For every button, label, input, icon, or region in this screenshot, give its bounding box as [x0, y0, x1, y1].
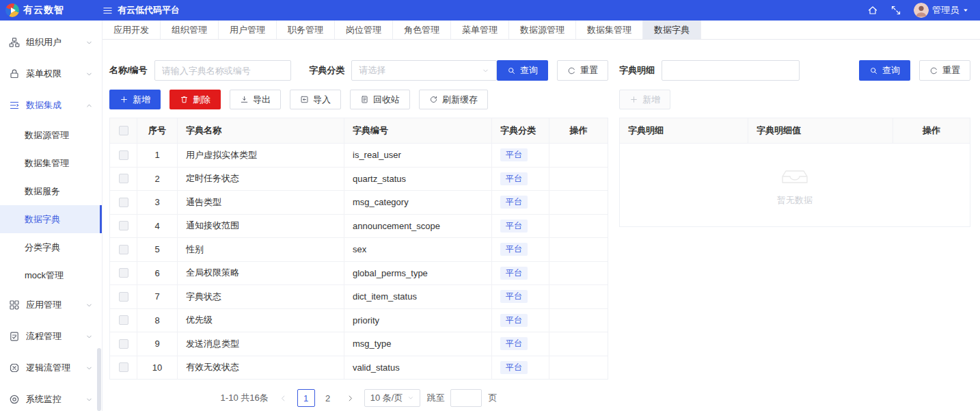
- tab-8[interactable]: 数据集管理: [576, 21, 643, 39]
- detail-search-input[interactable]: [662, 60, 800, 81]
- export-button-label: 导出: [253, 94, 271, 106]
- data-integration-icon: [9, 100, 20, 111]
- cell-checkbox: [110, 262, 137, 285]
- sidebar-item-label: 组织用户: [26, 36, 62, 49]
- tab-1[interactable]: 组织管理: [161, 21, 219, 39]
- chevron-down-icon: [85, 364, 93, 372]
- tab-4[interactable]: 岗位管理: [335, 21, 393, 39]
- row-checkbox[interactable]: [119, 150, 128, 160]
- pagination-total: 1-10 共16条: [221, 392, 269, 404]
- select-all-checkbox[interactable]: [119, 126, 128, 135]
- tab-0[interactable]: 应用开发: [103, 21, 161, 39]
- row-checkbox[interactable]: [119, 292, 128, 302]
- header-code: 字典编号: [344, 118, 492, 143]
- main-area: 应用开发组织管理用户管理职务管理岗位管理角色管理菜单管理数据源管理数据集管理数据…: [103, 21, 980, 411]
- search-button-label: 查询: [520, 64, 538, 77]
- sidebar-item-label: 系统监控: [26, 393, 62, 406]
- reset-button-label: 重置: [580, 64, 598, 77]
- sidebar-subitem-2-5[interactable]: mock管理: [0, 261, 102, 289]
- sidebar-subitem-label: mock管理: [25, 269, 64, 282]
- header-category: 字典分类: [492, 118, 549, 143]
- export-button[interactable]: 导出: [230, 90, 281, 109]
- recycle-bin-icon: [360, 95, 369, 104]
- sidebar-scrollbar[interactable]: [97, 348, 101, 411]
- cell-category: 平台: [492, 168, 549, 191]
- sidebar-subitem-2-2[interactable]: 数据服务: [0, 177, 102, 205]
- cell-category: 平台: [492, 191, 549, 214]
- home-icon[interactable]: [867, 5, 878, 16]
- sidebar-subitem-2-1[interactable]: 数据集管理: [0, 149, 102, 177]
- cell-category: 平台: [492, 285, 549, 308]
- next-page-icon[interactable]: [343, 389, 358, 407]
- app-title-area: 有云低代码平台: [103, 4, 180, 16]
- sidebar-item-logic-flow[interactable]: 逻辑流管理: [0, 352, 102, 384]
- refresh-cache-button[interactable]: 刷新缓存: [419, 90, 488, 109]
- tab-3[interactable]: 职务管理: [277, 21, 335, 39]
- prev-page-icon[interactable]: [276, 389, 291, 407]
- import-button[interactable]: 导入: [290, 90, 341, 109]
- sidebar-item-lock[interactable]: 菜单权限: [0, 58, 102, 90]
- row-actions: [549, 285, 608, 308]
- row-checkbox[interactable]: [119, 198, 128, 207]
- sidebar-item-label: 菜单权限: [26, 68, 62, 80]
- name-code-label: 名称/编号: [109, 64, 148, 77]
- sidebar-subitem-2-3[interactable]: 数据字典: [0, 205, 102, 233]
- sidebar-subitem-2-4[interactable]: 分类字典: [0, 233, 102, 261]
- cell-no: 9: [137, 332, 178, 356]
- cell-checkbox: [110, 356, 137, 380]
- name-code-input[interactable]: [154, 60, 292, 81]
- sidebar-subitem-2-0[interactable]: 数据源管理: [0, 121, 102, 149]
- cell-checkbox: [110, 285, 137, 308]
- tab-5[interactable]: 角色管理: [393, 21, 451, 39]
- sidebar-item-label: 数据集成: [26, 99, 62, 111]
- user-menu[interactable]: 管理员: [914, 3, 969, 18]
- hamburger-icon[interactable]: [103, 5, 113, 16]
- page-number-2[interactable]: 2: [319, 389, 337, 407]
- detail-add-button-disabled[interactable]: 新增: [619, 90, 670, 109]
- page-size-value: 10 条/页: [370, 392, 403, 404]
- sidebar-item-process[interactable]: 流程管理: [0, 321, 102, 352]
- dict-table-header: 序号 字典名称 字典编号 字典分类 操作: [110, 118, 608, 143]
- page-size-select[interactable]: 10 条/页: [364, 389, 421, 407]
- row-checkbox[interactable]: [119, 221, 128, 230]
- chevron-down-icon: [482, 67, 489, 75]
- delete-button[interactable]: 删除: [169, 90, 221, 109]
- pagination: 1-10 共16条 12 10 条/页 跳至 页: [109, 389, 608, 407]
- sidebar-item-monitor[interactable]: 系统监控: [0, 384, 102, 411]
- category-tag: 平台: [500, 220, 528, 233]
- chevron-down-icon: [407, 395, 414, 401]
- sidebar-item-app-management[interactable]: 应用管理: [0, 289, 102, 321]
- tab-9[interactable]: 数据字典: [643, 21, 701, 39]
- row-checkbox[interactable]: [119, 268, 128, 278]
- export-icon: [240, 95, 249, 104]
- avatar[interactable]: [914, 3, 929, 18]
- cell-no: 7: [137, 285, 178, 308]
- recycle-bin-button[interactable]: 回收站: [350, 90, 410, 109]
- add-button[interactable]: 新增: [109, 90, 161, 109]
- category-select[interactable]: 请选择: [351, 60, 497, 81]
- detail-search-button[interactable]: 查询: [859, 60, 910, 81]
- jump-page-input[interactable]: [450, 389, 482, 407]
- tab-7[interactable]: 数据源管理: [509, 21, 576, 39]
- refresh-icon: [567, 66, 576, 75]
- cell-no: 10: [137, 356, 178, 380]
- page-number-1[interactable]: 1: [297, 389, 315, 407]
- detail-reset-button[interactable]: 重置: [919, 60, 970, 81]
- sidebar-item-data-integration[interactable]: 数据集成: [0, 90, 102, 121]
- username: 管理员: [932, 4, 959, 16]
- fullscreen-icon[interactable]: [890, 5, 901, 16]
- table-row: 4通知接收范围announcement_scope平台: [110, 214, 608, 238]
- row-checkbox[interactable]: [119, 362, 128, 372]
- cell-name: 字典状态: [178, 285, 344, 308]
- detail-table-header: 字典明细 字典明细值 操作: [620, 118, 970, 143]
- row-checkbox[interactable]: [119, 245, 128, 254]
- row-checkbox[interactable]: [119, 339, 128, 349]
- tab-2[interactable]: 用户管理: [219, 21, 277, 39]
- row-checkbox[interactable]: [119, 174, 128, 183]
- sidebar-item-org-users[interactable]: 组织用户: [0, 27, 102, 58]
- row-checkbox[interactable]: [119, 315, 128, 325]
- detail-toolbar: 新增: [619, 90, 970, 109]
- reset-button[interactable]: 重置: [557, 60, 608, 81]
- search-button[interactable]: 查询: [497, 60, 548, 81]
- tab-6[interactable]: 菜单管理: [451, 21, 509, 39]
